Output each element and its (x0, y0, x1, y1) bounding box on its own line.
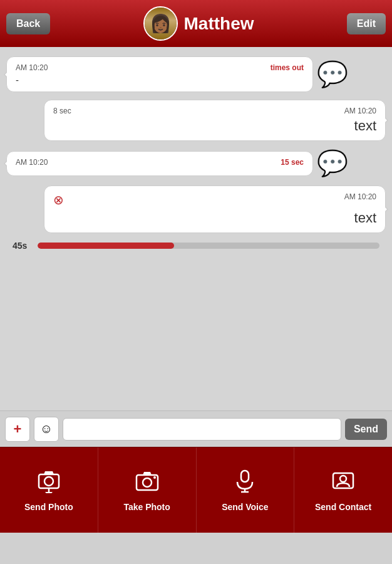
message-row-3: AM 10:20 15 sec 💬 (6, 149, 386, 178)
bubble-time-4: AM 10:20 (344, 192, 376, 207)
message-row-4: ⊗ AM 10:20 text (6, 185, 386, 233)
bubble-time-2: AM 10:20 (344, 107, 376, 115)
send-voice-label: Send Voice (222, 502, 268, 512)
bubble-meta-4: ⊗ AM 10:20 (53, 192, 376, 207)
bubble-content-4: text (53, 210, 376, 226)
input-row: + ☺ Send (0, 410, 392, 447)
svg-point-8 (153, 476, 156, 479)
bubble-status-1: times out (271, 63, 304, 72)
svg-point-6 (143, 478, 152, 487)
error-icon-4: ⊗ (53, 192, 64, 207)
add-button[interactable]: + (5, 417, 30, 442)
avatar: 👩🏾 (143, 6, 178, 41)
contact-name: Matthew (184, 14, 254, 34)
svg-point-13 (340, 476, 346, 482)
send-photo-label: Send Photo (24, 502, 73, 512)
contact-icon (331, 468, 356, 497)
header: Back 👩🏾 Matthew Edit (0, 0, 392, 47)
emoji-button[interactable]: ☺ (34, 417, 59, 442)
speech-bubble-icon-1: 💬 (317, 60, 348, 89)
bubble-time-3: AM 10:20 (16, 158, 48, 167)
bubble-left-1: AM 10:20 times out - (6, 56, 313, 92)
bubble-meta-1: AM 10:20 times out (16, 63, 304, 72)
progress-label: 45s (13, 241, 31, 251)
bubble-right-2: 8 sec AM 10:20 text (44, 100, 386, 141)
progress-fill (38, 243, 174, 249)
bubble-meta-3: AM 10:20 15 sec (16, 158, 304, 167)
svg-marker-7 (143, 472, 152, 475)
bubble-status-3: 15 sec (281, 158, 304, 167)
message-row-1: AM 10:20 times out - 💬 (6, 56, 386, 92)
svg-point-1 (44, 477, 53, 486)
send-photo-icon (36, 468, 61, 497)
progress-track (38, 243, 379, 249)
take-photo-label: Take Photo (123, 502, 170, 512)
microphone-icon (232, 468, 257, 497)
send-photo-action[interactable]: Send Photo (0, 447, 98, 533)
speech-bubble-icon-3: 💬 (317, 149, 348, 178)
bubble-left-3: AM 10:20 15 sec (6, 151, 313, 176)
chat-area: AM 10:20 times out - 💬 8 sec AM 10:20 te… (0, 47, 392, 410)
back-button[interactable]: Back (6, 13, 50, 34)
bubble-right-4: ⊗ AM 10:20 text (44, 185, 386, 233)
send-contact-action[interactable]: Send Contact (294, 447, 392, 533)
svg-marker-2 (44, 471, 54, 474)
avatar-image: 👩🏾 (145, 8, 177, 39)
svg-rect-9 (241, 471, 249, 482)
camera-icon (135, 468, 160, 497)
bubble-duration-2: 8 sec (53, 107, 71, 115)
bottom-bar: Send Photo Take Photo Send Voice (0, 447, 392, 533)
message-row-2: 8 sec AM 10:20 text (6, 100, 386, 141)
bubble-content-2: text (53, 118, 376, 134)
message-input[interactable] (63, 418, 341, 441)
header-center: 👩🏾 Matthew (143, 6, 254, 41)
send-voice-action[interactable]: Send Voice (197, 447, 295, 533)
bubble-meta-2: 8 sec AM 10:20 (53, 107, 376, 115)
take-photo-action[interactable]: Take Photo (98, 447, 197, 533)
add-icon: + (14, 421, 22, 437)
edit-button[interactable]: Edit (347, 13, 386, 34)
progress-row: 45s (6, 241, 386, 251)
send-contact-label: Send Contact (315, 502, 371, 512)
bubble-content-1: - (16, 75, 304, 85)
emoji-icon: ☺ (40, 422, 53, 436)
bubble-time-1: AM 10:20 (16, 63, 48, 72)
svg-marker-4 (45, 492, 53, 493)
send-button[interactable]: Send (345, 419, 387, 440)
